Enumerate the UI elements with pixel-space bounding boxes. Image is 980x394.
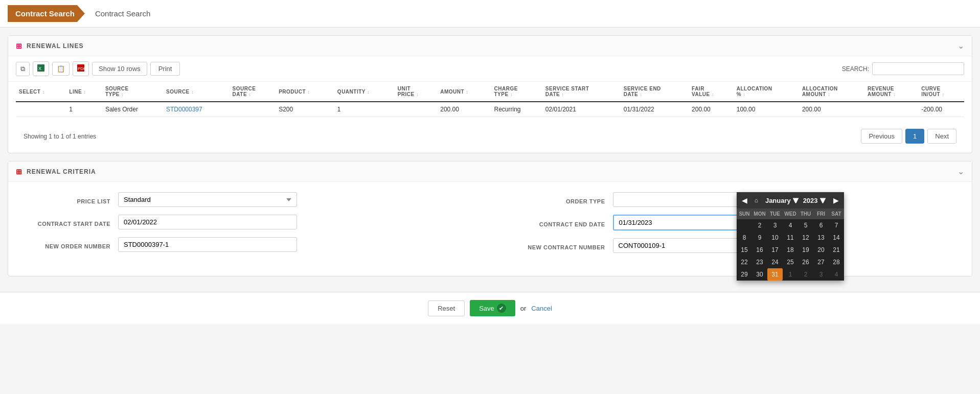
day-mon: MON [752,208,767,219]
cal-day[interactable] [737,219,752,231]
cal-day[interactable]: 21 [829,244,844,256]
contract-start-date-label: CONTRACT START DATE [16,217,118,227]
cal-day[interactable]: 18 [783,244,798,256]
cal-day[interactable]: 4 [783,219,798,231]
contract-start-date-input[interactable] [118,215,297,229]
col-allocation-amount: ALLOCATIONAMOUNT ↕ [799,82,864,102]
col-product: PRODUCT ↕ [276,82,334,102]
cal-day[interactable]: 17 [767,244,783,256]
show-rows-button[interactable]: Show 10 rows [92,62,147,76]
col-service-end-date: SERVICE ENDDATE ↕ [621,82,689,102]
cell-source-date [230,102,276,117]
pagination: Previous 1 Next [853,124,964,149]
cal-day[interactable]: 7 [829,219,844,231]
clipboard-button[interactable]: 📋 [52,62,70,76]
table-row: 1 Sales Order STD0000397 S200 1 200.00 R… [16,102,964,117]
toolbar: ⧉ X 📋 PDF Show 10 rows Print SEARCH: [8,56,972,82]
copy-button[interactable]: ⧉ [16,62,30,76]
contract-start-date-row: CONTRACT START DATE [16,215,490,229]
price-list-row: PRICE LIST Standard [16,192,490,207]
cal-day[interactable]: 6 [813,219,829,231]
save-check-icon: ✔ [497,304,506,313]
col-quantity: QUANTITY ↕ [334,82,395,102]
breadcrumb-active[interactable]: Contract Search [8,5,85,22]
new-contract-number-label: NEW CONTRACT NUMBER [511,241,613,250]
cell-quantity: 1 [334,102,395,117]
save-button[interactable]: Save ✔ [470,300,515,316]
cell-amount: 200.00 [437,102,491,117]
criteria-collapse-icon[interactable]: ⌄ [958,167,964,176]
page-1-button[interactable]: 1 [905,129,924,144]
svg-text:PDF: PDF [78,66,84,71]
cal-day[interactable]: 14 [829,231,844,244]
day-tue: TUE [767,208,783,219]
col-service-start-date: SERVICE STARTDATE ↕ [542,82,621,102]
cell-select [16,102,66,117]
day-wed: WED [783,208,798,219]
svg-text:X: X [38,66,41,71]
breadcrumb: Contract Search Contract Search [0,0,980,28]
cal-day[interactable]: 19 [798,244,813,256]
cal-day[interactable]: 15 [737,244,752,256]
reset-button[interactable]: Reset [428,300,465,316]
renewal-criteria-panel: ⊞ RENEWAL CRITERIA ⌄ PRICE LIST Standard [8,161,972,276]
new-order-number-input[interactable] [118,237,297,252]
cal-day[interactable]: 26 [798,256,813,268]
cal-day[interactable]: 12 [798,231,813,244]
cal-day[interactable]: 30 [752,268,767,281]
cal-day[interactable]: 1 [783,268,798,281]
cal-day[interactable]: 8 [737,231,752,244]
col-source-date: SOURCEDATE ↕ [230,82,276,102]
price-list-select[interactable]: Standard [118,192,297,207]
cal-day[interactable]: 29 [737,268,752,281]
cal-day[interactable]: 13 [813,231,829,244]
cal-day[interactable]: 28 [829,256,844,268]
cal-day[interactable]: 3 [813,268,829,281]
cal-day[interactable]: 9 [752,231,767,244]
cal-day[interactable]: 2 [798,268,813,281]
cal-prev-button[interactable]: ◀ [742,196,747,204]
day-thu: THU [798,208,813,219]
cell-allocation-amount: 200.00 [799,102,864,117]
cal-day[interactable]: 20 [813,244,829,256]
entries-text: Showing 1 to 1 of 1 entries [16,129,104,144]
cancel-link[interactable]: Cancel [531,305,552,312]
cal-day[interactable]: 23 [752,256,767,268]
search-input[interactable] [872,62,964,75]
cal-day[interactable]: 22 [737,256,752,268]
cal-day[interactable]: 16 [752,244,767,256]
cal-day[interactable]: 24 [767,256,783,268]
renewal-lines-table-container: SELECT ↕ LINE ↕ SOURCETYPE ↕ SOURCE ↕ SO… [8,82,972,120]
col-fair-value: FAIRVALUE ↕ [689,82,734,102]
cell-source[interactable]: STD0000397 [163,102,230,117]
cal-home-icon[interactable]: ⌂ [755,197,758,204]
cal-day[interactable]: 4 [829,268,844,281]
cal-day[interactable]: 27 [813,256,829,268]
cal-day[interactable]: 5 [798,219,813,231]
cal-day[interactable]: 11 [783,231,798,244]
criteria-grid-icon: ⊞ [16,168,22,176]
renewal-lines-table: SELECT ↕ LINE ↕ SOURCETYPE ↕ SOURCE ↕ SO… [16,82,964,117]
renewal-criteria-title: ⊞ RENEWAL CRITERIA [16,168,96,176]
cal-day-today[interactable]: 31 [767,268,783,281]
day-sun: SUN [737,208,752,219]
previous-button[interactable]: Previous [861,129,902,144]
calendar-popup: ◀ ⌂ January ⯆ 2023 ⯆ ▶ SUN MON TUE WED T… [737,192,844,281]
cal-next-button[interactable]: ▶ [833,196,839,204]
cell-service-end-date: 01/31/2022 [621,102,689,117]
print-button[interactable]: Print [150,62,180,76]
cal-day[interactable]: 10 [767,231,783,244]
cell-product: S200 [276,102,334,117]
collapse-icon[interactable]: ⌄ [958,41,964,51]
cal-day[interactable]: 3 [767,219,783,231]
excel-button[interactable]: X [33,61,49,76]
search-label: SEARCH: [842,65,869,73]
col-amount: AMOUNT ↕ [437,82,491,102]
col-unit-price: UNITPRICE ↕ [395,82,438,102]
order-type-label: ORDER TYPE [511,195,613,204]
cal-day[interactable]: 2 [752,219,767,231]
next-button[interactable]: Next [927,129,956,144]
col-source-type: SOURCETYPE ↕ [102,82,163,102]
cal-day[interactable]: 25 [783,256,798,268]
pdf-button[interactable]: PDF [73,61,89,76]
